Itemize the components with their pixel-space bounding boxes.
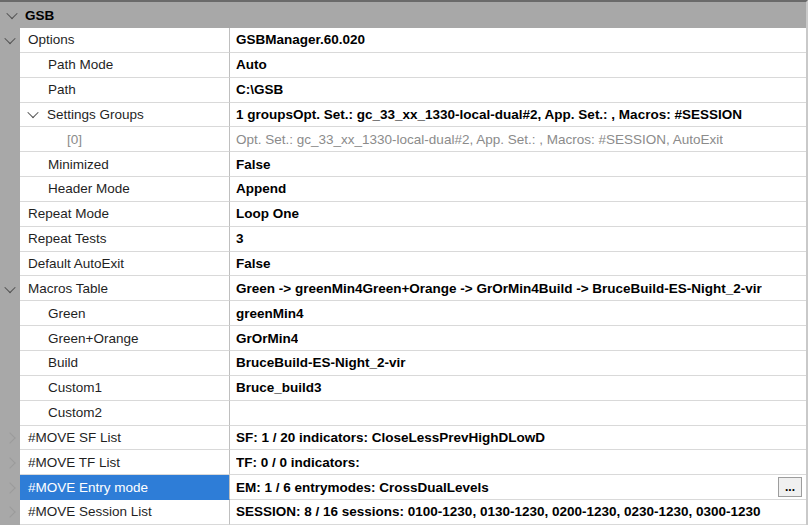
property-row[interactable]: Minimized False: [0, 152, 806, 177]
property-label: Build: [48, 355, 78, 370]
property-label: Minimized: [48, 157, 109, 172]
property-value: BruceBuild-ES-Night_2-vir: [236, 355, 406, 370]
property-value: C:\GSB: [236, 82, 283, 97]
row-gutter: [0, 500, 20, 525]
property-label-cell: Build: [20, 351, 230, 376]
property-label-cell: Options: [20, 28, 230, 53]
chevron-down-icon[interactable]: [27, 107, 38, 118]
property-row[interactable]: [0] Opt. Set.: gc_33_xx_1330-local-dual#…: [0, 127, 806, 152]
property-row[interactable]: Build BruceBuild-ES-Night_2-vir: [0, 351, 806, 376]
property-value: SESSION: 8 / 16 sessions: 0100-1230, 013…: [236, 504, 761, 519]
property-row[interactable]: Path C:\GSB: [0, 78, 806, 103]
property-row[interactable]: Path Mode Auto: [0, 53, 806, 78]
chevron-right-icon[interactable]: [4, 507, 15, 518]
property-value-cell[interactable]: C:\GSB: [230, 78, 806, 103]
property-row[interactable]: Options GSBManager.60.020: [0, 28, 806, 53]
property-row[interactable]: Header Mode Append: [0, 177, 806, 202]
property-value: greenMin4: [236, 306, 304, 321]
row-gutter: [0, 28, 20, 53]
chevron-down-icon[interactable]: [4, 282, 15, 293]
ellipsis-button[interactable]: ...: [778, 477, 802, 497]
property-value-cell[interactable]: Append: [230, 177, 806, 202]
property-value-cell[interactable]: Bruce_build3: [230, 376, 806, 401]
row-gutter: [0, 78, 20, 103]
property-label-cell: Repeat Mode: [20, 202, 230, 227]
row-gutter: [0, 127, 20, 152]
property-label-cell: Custom1: [20, 376, 230, 401]
property-label: #MOVE TF List: [28, 455, 120, 470]
property-value: TF: 0 / 0 indicators:: [236, 455, 360, 470]
property-row[interactable]: #MOVE SF List SF: 1 / 20 indicators: Clo…: [0, 426, 806, 451]
property-label: Macros Table: [28, 281, 108, 296]
property-row[interactable]: Custom1 Bruce_build3: [0, 376, 806, 401]
property-label: #MOVE Entry mode: [28, 480, 148, 495]
property-label: Path Mode: [48, 57, 113, 72]
row-gutter: [0, 177, 20, 202]
property-label-cell: #MOVE Entry mode: [20, 475, 230, 500]
property-row[interactable]: Repeat Tests 3: [0, 227, 806, 252]
property-label-cell: Minimized: [20, 152, 230, 177]
property-value-cell[interactable]: Auto: [230, 53, 806, 78]
property-value-cell[interactable]: EM: 1 / 6 entrymodes: CrossDualLevels ..…: [230, 475, 806, 500]
property-row[interactable]: Green greenMin4: [0, 301, 806, 326]
property-value-cell[interactable]: False: [230, 252, 806, 277]
property-value-cell[interactable]: GSBManager.60.020: [230, 28, 806, 53]
row-gutter: [0, 401, 20, 426]
row-gutter: [0, 475, 20, 500]
property-value: GrOrMin4: [236, 331, 298, 346]
property-row[interactable]: #MOVE Entry mode EM: 1 / 6 entrymodes: C…: [0, 475, 806, 500]
property-row[interactable]: Custom2: [0, 401, 806, 426]
property-label: #MOVE Session List: [28, 504, 152, 519]
chevron-right-icon[interactable]: [4, 482, 15, 493]
property-value-cell[interactable]: False: [230, 152, 806, 177]
property-label-cell: #MOVE Session List: [20, 500, 230, 525]
chevron-down-icon[interactable]: [6, 8, 17, 19]
property-row[interactable]: #MOVE Session List SESSION: 8 / 16 sessi…: [0, 500, 806, 525]
property-row[interactable]: Green+Orange GrOrMin4: [0, 326, 806, 351]
chevron-down-icon[interactable]: [4, 33, 15, 44]
property-label: Options: [28, 32, 75, 47]
property-row[interactable]: #MOVE TF List TF: 0 / 0 indicators:: [0, 450, 806, 475]
row-gutter: [0, 227, 20, 252]
property-value: GSBManager.60.020: [236, 32, 365, 47]
property-label-cell: Custom2: [20, 401, 230, 426]
row-gutter: [0, 103, 20, 128]
category-header-gsb[interactable]: GSB: [0, 2, 806, 28]
property-label-cell: Path: [20, 78, 230, 103]
property-label: Settings Groups: [47, 107, 144, 122]
property-value-cell[interactable]: Opt. Set.: gc_33_xx_1330-local-dual#2, A…: [230, 127, 806, 152]
property-label-cell: Green+Orange: [20, 326, 230, 351]
property-value-cell[interactable]: Loop One: [230, 202, 806, 227]
property-value-cell[interactable]: BruceBuild-ES-Night_2-vir: [230, 351, 806, 376]
property-value: False: [236, 256, 271, 271]
chevron-right-icon[interactable]: [4, 457, 15, 468]
chevron-right-icon[interactable]: [4, 432, 15, 443]
property-value-cell[interactable]: GrOrMin4: [230, 326, 806, 351]
property-value-cell[interactable]: 1 groupsOpt. Set.: gc_33_xx_1330-local-d…: [230, 103, 806, 128]
property-row[interactable]: Settings Groups 1 groupsOpt. Set.: gc_33…: [0, 103, 806, 128]
property-label-cell: Header Mode: [20, 177, 230, 202]
property-value-cell[interactable]: [230, 401, 806, 426]
property-label-cell: Repeat Tests: [20, 227, 230, 252]
row-gutter: [0, 376, 20, 401]
property-value: Green -> greenMin4Green+Orange -> GrOrMi…: [236, 281, 762, 296]
property-value-cell[interactable]: greenMin4: [230, 301, 806, 326]
property-label: #MOVE SF List: [28, 430, 121, 445]
property-value-cell[interactable]: TF: 0 / 0 indicators:: [230, 450, 806, 475]
property-label-cell: Path Mode: [20, 53, 230, 78]
property-value: Opt. Set.: gc_33_xx_1330-local-dual#2, A…: [236, 132, 723, 147]
property-row[interactable]: Repeat Mode Loop One: [0, 202, 806, 227]
property-label-cell: Settings Groups: [20, 103, 230, 128]
row-gutter: [0, 351, 20, 376]
row-gutter: [0, 426, 20, 451]
property-row[interactable]: Default AutoExit False: [0, 252, 806, 277]
property-value-cell[interactable]: SESSION: 8 / 16 sessions: 0100-1230, 013…: [230, 500, 806, 525]
property-value-cell[interactable]: 3: [230, 227, 806, 252]
property-label-cell: [0]: [20, 127, 230, 152]
property-grid-rows: Options GSBManager.60.020 Path Mode Auto…: [0, 28, 806, 525]
property-label-cell: #MOVE TF List: [20, 450, 230, 475]
property-value-cell[interactable]: SF: 1 / 20 indicators: CloseLessPrevHigh…: [230, 426, 806, 451]
property-value-cell[interactable]: Green -> greenMin4Green+Orange -> GrOrMi…: [230, 276, 806, 301]
property-row[interactable]: Macros Table Green -> greenMin4Green+Ora…: [0, 276, 806, 301]
property-label: Custom1: [48, 380, 102, 395]
